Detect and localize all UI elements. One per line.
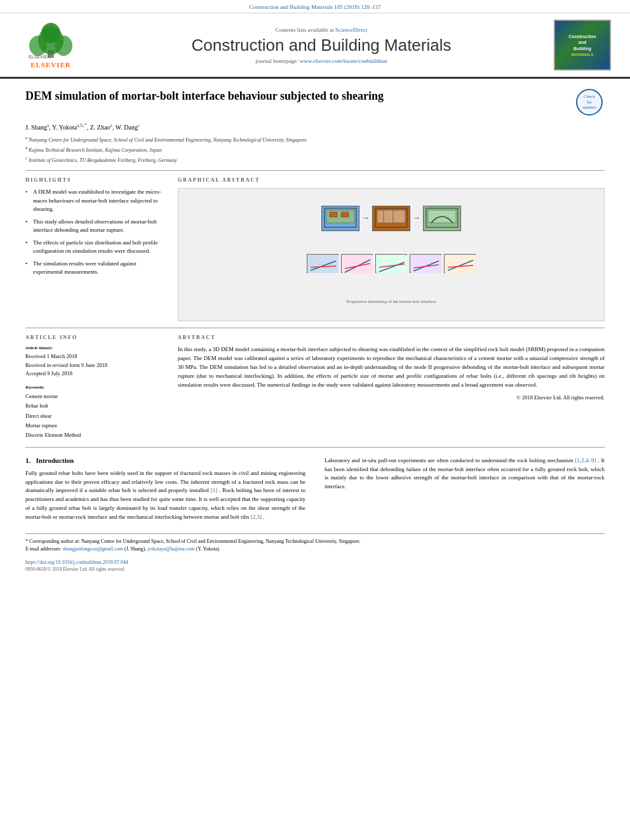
check-for-updates-badge: Checkforupdates	[576, 89, 605, 117]
affiliation-c: c Institute of Geotechnics, TU Bergakade…	[25, 155, 605, 164]
article-title: DEM simulation of mortar-bolt interface …	[25, 89, 570, 103]
keyword-5: Discrete Element Method	[25, 430, 165, 440]
article-received-revised: Received in revised form 9 June 2018	[25, 361, 165, 370]
corresponding-author-note: * Corresponding author at: Nanyang Centr…	[25, 538, 605, 545]
top-bar: Construction and Building Materials 185 …	[0, 0, 630, 13]
cover-title: ConstructionandBuilding	[568, 34, 596, 51]
keyword-4: Mortar rupture	[25, 421, 165, 430]
keyword-3: Direct shear	[25, 411, 165, 421]
journal-header: ELSEVIER ELSEVIER Contents lists availab…	[0, 13, 630, 79]
svg-point-4	[41, 23, 60, 43]
ga-inner: → →	[178, 189, 604, 321]
keywords-block: Keywords: Cement mortar Rebar bolt Direc…	[25, 385, 165, 440]
svg-rect-9	[341, 212, 349, 217]
affiliations: a Nanyang Centre for Underground Space, …	[25, 135, 605, 164]
journal-reference: Construction and Building Materials 185 …	[249, 4, 380, 10]
footnote-section: * Corresponding author at: Nanyang Centr…	[25, 533, 605, 572]
highlights-column: HIGHLIGHTS A DEM model was established t…	[25, 177, 165, 321]
svg-rect-11	[377, 210, 405, 223]
ga-box-3	[423, 206, 461, 231]
highlights-label: HIGHLIGHTS	[25, 177, 165, 183]
journal-cover-image: ConstructionandBuilding MATERIALS	[554, 20, 611, 70]
ga-arrow-2: →	[413, 213, 420, 223]
highlights-graphical-section: HIGHLIGHTS A DEM model was established t…	[25, 170, 605, 321]
ga-arrow-1: →	[362, 213, 370, 223]
email-2-link[interactable]: yokotaya@kajima.com	[147, 546, 194, 552]
homepage-url[interactable]: www.elsevier.com/locate/conbuildmat	[300, 58, 387, 64]
article-history-block: Article history: Received 1 March 2018 R…	[25, 345, 165, 378]
ga-box-1	[321, 206, 359, 231]
check-updates-text: Checkforupdates	[582, 94, 596, 110]
check-updates-circle: Checkforupdates	[576, 89, 603, 116]
highlight-item-2: This study allows detailed observations …	[25, 218, 165, 235]
article-area: DEM simulation of mortar-bolt interface …	[0, 79, 630, 578]
journal-header-left: ELSEVIER ELSEVIER	[13, 22, 89, 69]
science-direct-line: Contents lists available at ScienceDirec…	[89, 27, 554, 33]
svg-rect-8	[330, 212, 337, 217]
ga-row-top: → →	[321, 206, 461, 231]
svg-rect-16	[308, 255, 338, 273]
article-received: Received 1 March 2018	[25, 352, 165, 361]
intro-ref-3[interactable]: [1,2,4–9]	[575, 457, 596, 463]
intro-ref-2[interactable]: [2,3]	[251, 514, 262, 520]
science-direct-link[interactable]: ScienceDirect	[335, 27, 367, 33]
page-wrapper: Construction and Building Materials 185 …	[0, 0, 630, 840]
keywords-title: Keywords:	[25, 385, 165, 390]
journal-header-right: ConstructionandBuilding MATERIALS	[554, 20, 617, 70]
ga-small-3	[375, 254, 407, 273]
issn-copyright: 0950-0618/© 2018 Elsevier Ltd. All right…	[25, 566, 125, 572]
doi-link[interactable]: https://doi.org/10.1016/j.conbuildmat.20…	[25, 559, 128, 565]
elsevier-logo: ELSEVIER ELSEVIER	[13, 22, 89, 69]
highlights-list: A DEM model was established to investiga…	[25, 188, 165, 277]
introduction-left-col: 1. Introduction Fully grouted rebar bolt…	[25, 457, 305, 528]
section-heading-introduction: 1. Introduction	[25, 457, 305, 464]
ga-caption: Progressive debonding of the mortar-bolt…	[346, 299, 436, 304]
intro-ref-1[interactable]: [1]	[211, 487, 218, 493]
keyword-1: Cement mortar	[25, 392, 165, 401]
cover-subtitle: MATERIALS	[572, 53, 594, 57]
ga-small-2	[341, 254, 373, 273]
graphical-abstract-image: → →	[178, 188, 605, 321]
ga-small-1	[307, 254, 338, 273]
keyword-2: Rebar bolt	[25, 401, 165, 411]
email-1-link[interactable]: shangjunlongcsu@gmail.com	[63, 546, 123, 552]
article-info-label: ARTICLE INFO	[25, 335, 165, 340]
svg-rect-28	[445, 255, 476, 273]
graphical-abstract-label: GRAPHICAL ABSTRACT	[178, 177, 605, 183]
svg-text:ELSEVIER: ELSEVIER	[29, 55, 50, 59]
elsevier-tree-icon: ELSEVIER	[25, 22, 76, 60]
highlight-item-1: A DEM model was established to investiga…	[25, 188, 165, 214]
graphical-abstract-column: GRAPHICAL ABSTRACT	[178, 177, 605, 321]
abstract-column: ABSTRACT In this study, a 3D DEM model c…	[178, 335, 605, 440]
abstract-text: In this study, a 3D DEM model containing…	[178, 345, 605, 402]
journal-title: Construction and Building Materials	[89, 36, 554, 55]
introduction-right-col: Laboratory and in-situ pull-out experime…	[325, 457, 605, 528]
highlight-item-3: The effects of particle size distributio…	[25, 239, 165, 256]
elsevier-brand-label: ELSEVIER	[30, 61, 71, 69]
ga-row-bottom	[307, 254, 476, 273]
article-title-section: DEM simulation of mortar-bolt interface …	[25, 89, 605, 117]
affiliation-a: a Nanyang Centre for Underground Space, …	[25, 135, 605, 144]
intro-paragraph-2: Laboratory and in-situ pull-out experime…	[325, 457, 605, 492]
keywords-list: Cement mortar Rebar bolt Direct shear Mo…	[25, 392, 165, 440]
ga-small-5	[444, 254, 476, 273]
article-accepted: Accepted 9 July 2018	[25, 370, 165, 378]
info-abstract-section: ARTICLE INFO Article history: Received 1…	[25, 328, 605, 440]
authors-line: J. Shanga, Y. Yokotaa,b,*, Z. Zhaoa, W. …	[25, 123, 605, 131]
affiliation-b: b Kajima Technical Research Institute, K…	[25, 145, 605, 154]
article-info-column: ARTICLE INFO Article history: Received 1…	[25, 335, 165, 440]
abstract-copyright: © 2018 Elsevier Ltd. All rights reserved…	[178, 394, 605, 402]
intro-paragraph-1: Fully grouted rebar bolts have been wide…	[25, 469, 305, 523]
journal-homepage-line: journal homepage: www.elsevier.com/locat…	[89, 58, 554, 64]
introduction-two-col: 1. Introduction Fully grouted rebar bolt…	[25, 457, 605, 528]
doi-section: https://doi.org/10.1016/j.conbuildmat.20…	[25, 558, 605, 572]
journal-header-center: Contents lists available at ScienceDirec…	[89, 27, 554, 64]
abstract-label: ABSTRACT	[178, 335, 605, 340]
introduction-section: 1. Introduction Fully grouted rebar bolt…	[25, 447, 605, 528]
article-history-title: Article history:	[25, 345, 165, 350]
ga-box-2	[372, 206, 410, 231]
highlight-item-4: The simulation results were validated ag…	[25, 260, 165, 277]
email-addresses: E-mail addresses: shangjunlongcsu@gmail.…	[25, 545, 605, 553]
ga-small-4	[410, 254, 441, 273]
